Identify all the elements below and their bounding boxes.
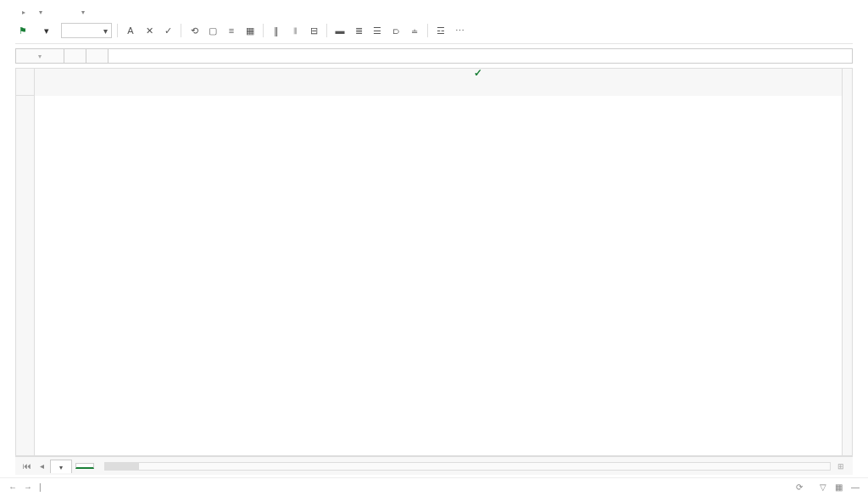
align-icon[interactable]: ⫴ — [287, 23, 303, 38]
chevron-right-icon: ▸ — [22, 8, 25, 16]
chevron-down-icon: ▾ — [38, 53, 42, 60]
check-icon[interactable]: ✓ — [160, 23, 175, 38]
vertical-scrollbar[interactable] — [842, 69, 852, 455]
formula-input[interactable] — [108, 48, 853, 64]
menu-item[interactable] — [107, 11, 117, 14]
horizontal-scrollbar[interactable] — [104, 462, 831, 471]
filter-icon[interactable]: ▽ — [820, 482, 826, 492]
forward-icon[interactable]: → — [24, 482, 32, 492]
rows-icon[interactable]: ☰ — [370, 23, 385, 38]
justify-icon[interactable]: ≣ — [351, 23, 366, 38]
bars-icon[interactable]: ‖ — [269, 23, 284, 38]
spreadsheet-grid: ✓ — [15, 68, 853, 456]
flag-icon: ⚑ — [15, 23, 31, 38]
fill-icon[interactable]: ▬ — [332, 23, 348, 38]
column-headers — [35, 69, 842, 96]
border-icon[interactable]: ▢ — [205, 23, 220, 38]
formula-bar: ▾ — [15, 47, 853, 64]
toolbar: ⚑ ▾ ▾ A ✕ ✓ ⟲ ▢ ≡ ▦ ‖ ⫴ ⊟ ▬ ≣ ☰ ⫐ ⫨ ☲ ⋯ — [15, 21, 853, 44]
sheet-tab[interactable]: ▾ — [50, 460, 72, 473]
menu-item[interactable] — [137, 11, 147, 14]
row-headers — [16, 69, 35, 455]
grid-view-icon[interactable]: ▦ — [835, 482, 843, 492]
align-left-icon[interactable]: ☲ — [433, 23, 448, 38]
chevron-down-icon[interactable]: ▾ — [44, 25, 49, 36]
chevron-down-icon: ▾ — [59, 464, 63, 471]
bold-icon[interactable]: A — [123, 23, 138, 38]
chart-icon[interactable]: ⫨ — [407, 23, 422, 38]
list-icon[interactable]: ≡ — [224, 23, 239, 38]
chevron-down-icon: ▾ — [103, 26, 108, 36]
sheet-tab[interactable] — [75, 463, 94, 469]
menu-bar: ▸ ▾ ▾ — [15, 7, 853, 21]
chevron-down-icon[interactable]: ▾ — [81, 8, 85, 16]
menu-item[interactable] — [64, 11, 75, 14]
minimize-icon[interactable]: — — [851, 482, 860, 492]
indent-icon[interactable]: ⊟ — [306, 23, 321, 38]
font-select[interactable]: ▾ — [61, 23, 112, 38]
menu-item[interactable] — [49, 11, 59, 14]
fx-button[interactable] — [64, 48, 86, 64]
grid-icon[interactable]: ▦ — [242, 23, 258, 38]
cell-reference-box[interactable]: ▾ — [15, 48, 64, 64]
menu-item[interactable] — [92, 11, 102, 14]
sheet-tabs: ⏮ ◂ ▾ ⊞ — [15, 456, 853, 475]
merge-icon[interactable]: ⫐ — [388, 23, 403, 38]
refresh-icon[interactable]: ⟳ — [796, 482, 803, 492]
menu-item[interactable] — [122, 11, 132, 14]
more-icon[interactable]: ⋯ — [452, 23, 467, 38]
tab-nav-prev[interactable]: ◂ — [37, 461, 47, 471]
checkmark-icon: ✓ — [474, 68, 482, 79]
status-bar: ← → | ⟳ ▽ ▦ — — [0, 477, 868, 496]
tab-nav-first[interactable]: ⏮ — [20, 461, 34, 471]
refresh-icon[interactable]: ⟲ — [186, 23, 202, 38]
divider: | — [39, 482, 42, 492]
cut-icon[interactable]: ✕ — [142, 23, 157, 38]
scroll-end-icon[interactable]: ⊞ — [834, 462, 848, 471]
back-icon[interactable]: ← — [8, 482, 17, 492]
cancel-button[interactable] — [86, 48, 108, 64]
chevron-down-icon[interactable]: ▾ — [39, 8, 42, 16]
